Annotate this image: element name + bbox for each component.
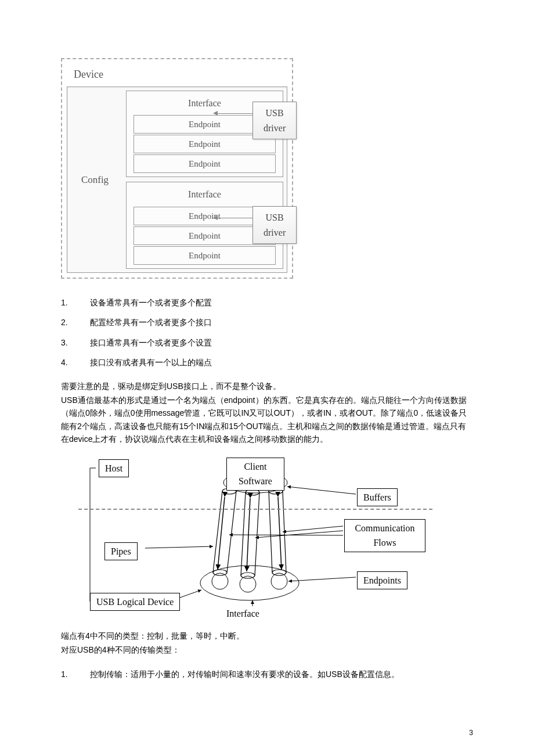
horizontal-divider bbox=[78, 509, 432, 510]
list-text: 接口通常具有一个或者更多个设置 bbox=[90, 336, 473, 349]
svg-line-20 bbox=[177, 590, 201, 599]
usb-device-diagram: Device Config Interface Endpoint Endpoin… bbox=[61, 58, 293, 279]
svg-line-9 bbox=[278, 497, 282, 570]
usb-driver-box-1: USB driver bbox=[252, 102, 297, 139]
paragraph: USB通信最基本的形式是通过一个名为端点（endpoint）的东西。它是真实存在… bbox=[61, 394, 473, 446]
list-item: 1. 设备通常具有一个或者更多个配置 bbox=[61, 296, 473, 309]
list-text: 配置经常具有一个或者更多个接口 bbox=[90, 316, 473, 329]
svg-line-16 bbox=[255, 531, 343, 538]
interface-label: Interface bbox=[129, 185, 280, 206]
arrow-line bbox=[218, 218, 252, 218]
svg-line-14 bbox=[287, 487, 356, 494]
usb-logical-device-box: USB Logical Device bbox=[90, 593, 180, 611]
usb-driver-label: USB driver bbox=[264, 108, 286, 133]
arrow-line bbox=[218, 113, 252, 114]
svg-line-17 bbox=[229, 535, 343, 535]
usb-driver-label: USB driver bbox=[264, 213, 286, 237]
endpoint-box: Endpoint bbox=[134, 246, 276, 265]
device-outer-box: Device Config Interface Endpoint Endpoin… bbox=[61, 58, 293, 279]
usb-flow-diagram: Host Client Software Buffers Communicati… bbox=[78, 456, 432, 619]
list-number: 4. bbox=[61, 356, 90, 369]
paragraph: 端点有4中不同的类型：控制，批量，等时，中断。 bbox=[61, 629, 473, 642]
list-item: 2. 配置经常具有一个或者更多个接口 bbox=[61, 316, 473, 329]
host-box: Host bbox=[99, 459, 129, 478]
list-number: 3. bbox=[61, 336, 90, 349]
list-number: 1. bbox=[61, 296, 90, 309]
client-software-box: Client Software bbox=[226, 458, 284, 491]
svg-line-15 bbox=[283, 526, 343, 532]
list-text: 设备通常具有一个或者更多个配置 bbox=[90, 296, 473, 309]
config-label: Config bbox=[67, 87, 122, 272]
list-text: 接口没有或者具有一个以上的端点 bbox=[90, 356, 473, 369]
svg-line-7 bbox=[218, 497, 225, 570]
arrow-head-icon bbox=[213, 215, 218, 220]
paragraph: 需要注意的是，驱动是绑定到USB接口上，而不是整个设备。 bbox=[61, 380, 473, 393]
ordered-list-2: 1. 控制传输：适用于小量的，对传输时间和速率没有要求的设备。如USB设备配置信… bbox=[61, 668, 473, 681]
paragraph: 对应USB的4种不同的传输类型： bbox=[61, 643, 473, 656]
list-item: 4. 接口没有或者具有一个以上的端点 bbox=[61, 356, 473, 369]
list-text: 控制传输：适用于小量的，对传输时间和速率没有要求的设备。如USB设备配置信息。 bbox=[90, 668, 473, 681]
list-item: 1. 控制传输：适用于小量的，对传输时间和速率没有要求的设备。如USB设备配置信… bbox=[61, 668, 473, 681]
list-item: 3. 接口通常具有一个或者更多个设置 bbox=[61, 336, 473, 349]
interface-label: Interface bbox=[226, 606, 259, 621]
paragraph-block-1: 需要注意的是，驱动是绑定到USB接口上，而不是整个设备。 USB通信最基本的形式… bbox=[61, 380, 473, 446]
svg-line-18 bbox=[145, 546, 213, 548]
ordered-list-1: 1. 设备通常具有一个或者更多个配置 2. 配置经常具有一个或者更多个接口 3.… bbox=[61, 296, 473, 369]
svg-line-19 bbox=[288, 577, 356, 581]
list-number: 2. bbox=[61, 316, 90, 329]
device-label: Device bbox=[67, 64, 287, 85]
endpoint-box: Endpoint bbox=[134, 154, 276, 173]
communication-flows-box: Communication Flows bbox=[344, 519, 425, 552]
pipes-box: Pipes bbox=[104, 542, 138, 561]
usb-driver-box-2: USB driver bbox=[252, 206, 297, 244]
buffers-box: Buffers bbox=[357, 488, 398, 507]
paragraph-block-2: 端点有4中不同的类型：控制，批量，等时，中断。 对应USB的4种不同的传输类型： bbox=[61, 629, 473, 657]
page-number: 3 bbox=[469, 728, 473, 739]
endpoints-box: Endpoints bbox=[357, 571, 407, 590]
list-number: 1. bbox=[61, 668, 90, 681]
svg-point-13 bbox=[200, 566, 299, 600]
arrow-head-icon bbox=[213, 111, 218, 116]
